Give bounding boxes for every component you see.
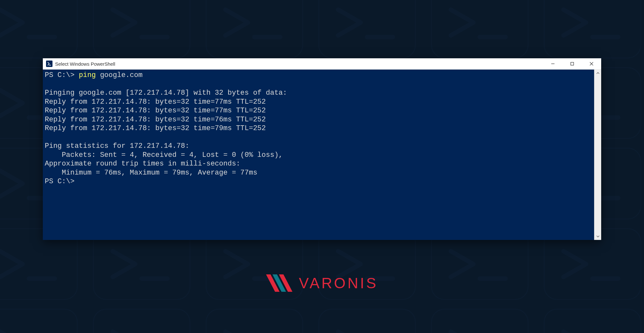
svg-rect-4 (571, 62, 574, 65)
minimize-button[interactable] (543, 58, 563, 70)
scroll-up-arrow-icon[interactable] (594, 70, 601, 77)
close-button[interactable] (582, 58, 601, 70)
stats-packets: Packets: Sent = 4, Received = 4, Lost = … (45, 151, 283, 159)
prompt-prefix: PS C:\> (45, 71, 79, 79)
window-title: Select Windows PowerShell (55, 61, 115, 67)
rtt-header: Approximate round trip times in milli-se… (45, 160, 240, 168)
scroll-down-arrow-icon[interactable] (594, 233, 601, 240)
powershell-window: Select Windows PowerShell PS C:\> ping g… (43, 58, 601, 240)
vertical-scrollbar[interactable] (594, 70, 601, 240)
terminal-output[interactable]: PS C:\> ping google.com Pinging google.c… (43, 70, 594, 240)
prompt-line: PS C:\> (45, 177, 74, 186)
command-name: ping (79, 71, 96, 79)
rtt-values: Minimum = 76ms, Maximum = 79ms, Average … (45, 169, 257, 177)
maximize-button[interactable] (563, 58, 582, 70)
varonis-mark-icon (266, 274, 294, 292)
reply-line: Reply from 172.217.14.78: bytes=32 time=… (45, 98, 266, 106)
stats-header: Ping statistics for 172.217.14.78: (45, 142, 189, 150)
command-args: google.com (96, 71, 142, 79)
reply-line: Reply from 172.217.14.78: bytes=32 time=… (45, 107, 266, 115)
window-titlebar[interactable]: Select Windows PowerShell (43, 58, 601, 70)
reply-line: Reply from 172.217.14.78: bytes=32 time=… (45, 124, 266, 132)
powershell-icon (46, 61, 52, 67)
varonis-wordmark: VARONIS (299, 274, 378, 292)
varonis-logo: VARONIS (266, 274, 378, 292)
reply-line: Reply from 172.217.14.78: bytes=32 time=… (45, 116, 266, 124)
pinging-line: Pinging google.com [172.217.14.78] with … (45, 89, 287, 97)
